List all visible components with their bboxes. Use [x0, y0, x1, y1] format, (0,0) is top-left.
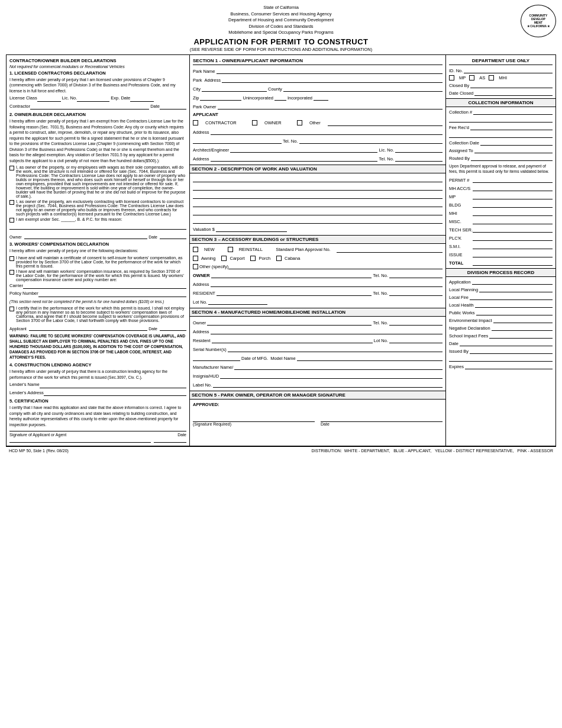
- section5-sig-field[interactable]: [193, 413, 315, 422]
- arch-tel-field[interactable]: [395, 155, 443, 162]
- local-health-field[interactable]: [475, 302, 553, 308]
- total-field[interactable]: [473, 260, 553, 266]
- unincorporated-field[interactable]: [274, 95, 286, 101]
- contractor-field[interactable]: [30, 104, 149, 109]
- collection-extra-line[interactable]: [449, 117, 553, 123]
- park-name-field[interactable]: [217, 67, 443, 74]
- collection-num-field[interactable]: [473, 109, 553, 115]
- section3-address-field[interactable]: [211, 281, 443, 287]
- contractor-date-field[interactable]: [160, 104, 186, 109]
- owner-checkbox[interactable]: [252, 120, 257, 125]
- owner2-field[interactable]: [211, 272, 372, 278]
- other-field[interactable]: [328, 120, 443, 126]
- work-desc-line4[interactable]: [193, 201, 443, 207]
- work-desc-line6[interactable]: [193, 217, 443, 224]
- applicant-tel-field[interactable]: [299, 137, 443, 144]
- expires-field[interactable]: [465, 363, 553, 369]
- environmental-impact-field[interactable]: [493, 317, 553, 323]
- arch-engineer-field[interactable]: [230, 146, 377, 153]
- as-checkbox[interactable]: [469, 75, 474, 80]
- owner3-field[interactable]: [207, 319, 372, 326]
- lenders-name-field[interactable]: [40, 382, 186, 388]
- lic-no-field[interactable]: [77, 96, 109, 102]
- carrier-field[interactable]: [23, 283, 186, 289]
- exp-date-field[interactable]: [130, 96, 154, 102]
- local-planning-field[interactable]: [479, 286, 553, 292]
- new-checkbox[interactable]: [193, 247, 198, 252]
- plck-field[interactable]: [473, 235, 553, 241]
- fee-extra-line[interactable]: [449, 132, 553, 138]
- model-name-field[interactable]: [297, 355, 443, 361]
- label-no-field[interactable]: [213, 381, 443, 388]
- id-no-field[interactable]: [464, 67, 553, 73]
- arch-address-field[interactable]: [211, 155, 378, 162]
- work-desc-line3[interactable]: [193, 192, 443, 199]
- cb4-checkbox[interactable]: [9, 256, 14, 261]
- work-desc-line1[interactable]: [193, 176, 443, 182]
- public-works-field[interactable]: [476, 310, 553, 315]
- smi-field[interactable]: [473, 243, 553, 249]
- mp-checkbox[interactable]: [449, 75, 454, 80]
- mhi2-field[interactable]: [473, 210, 553, 216]
- other-specify-checkbox[interactable]: [193, 264, 198, 269]
- reinstall-checkbox[interactable]: [228, 247, 233, 252]
- applicant-name-field[interactable]: [193, 137, 282, 144]
- lot-no2-field[interactable]: [389, 337, 443, 343]
- carport-checkbox[interactable]: [221, 256, 227, 261]
- applicant-date-field[interactable]: [160, 325, 186, 331]
- application-field[interactable]: [472, 279, 553, 285]
- lenders-address-field[interactable]: [44, 390, 186, 396]
- resident-field[interactable]: [217, 289, 372, 296]
- applicant-address-field[interactable]: [211, 128, 443, 135]
- section5-date-field[interactable]: [321, 413, 443, 422]
- fee-recd-field[interactable]: [470, 124, 553, 130]
- owner-date-field[interactable]: [160, 233, 186, 239]
- arch-lic-field[interactable]: [395, 146, 443, 153]
- permit-num-field[interactable]: [473, 177, 553, 183]
- issue-field[interactable]: [473, 252, 553, 257]
- city-field[interactable]: [202, 85, 267, 92]
- closed-by-field[interactable]: [470, 82, 553, 88]
- resident2-field[interactable]: [212, 337, 373, 343]
- license-class-field[interactable]: [37, 96, 61, 102]
- cb5-checkbox[interactable]: [9, 270, 14, 275]
- cabana-checkbox[interactable]: [276, 256, 282, 261]
- collection-date-field[interactable]: [480, 140, 553, 146]
- section4-address-field[interactable]: [211, 328, 443, 334]
- standard-plan-field[interactable]: [337, 246, 443, 253]
- mhi-checkbox[interactable]: [489, 75, 494, 80]
- date-closed-field[interactable]: [474, 90, 553, 96]
- routed-by-field[interactable]: [471, 155, 553, 161]
- county-field[interactable]: [283, 85, 443, 92]
- owner3-tel-field[interactable]: [389, 319, 443, 326]
- serial-numbers-field[interactable]: [228, 346, 443, 352]
- lot-no-field[interactable]: [208, 298, 267, 305]
- park-owner-field[interactable]: [218, 103, 443, 109]
- policy-field[interactable]: [38, 291, 186, 297]
- issued-by-extra-line[interactable]: [449, 356, 553, 362]
- zip-field[interactable]: [200, 94, 241, 101]
- cb3-checkbox[interactable]: [9, 218, 14, 223]
- owner2-tel-field[interactable]: [389, 272, 443, 278]
- cb6-checkbox[interactable]: [9, 307, 14, 311]
- cb2-checkbox[interactable]: [9, 200, 14, 205]
- tech-ser-field[interactable]: [473, 227, 553, 233]
- other-checkbox[interactable]: [297, 120, 302, 125]
- park-address-field[interactable]: [222, 76, 443, 83]
- date4-field[interactable]: [460, 340, 553, 346]
- local-fire-field[interactable]: [470, 294, 553, 300]
- other-specify-field[interactable]: [228, 263, 443, 269]
- insignia-field[interactable]: [220, 372, 443, 379]
- porch-checkbox[interactable]: [250, 256, 256, 261]
- bldg-field[interactable]: [473, 202, 553, 208]
- resident-tel-field[interactable]: [389, 289, 443, 296]
- contractor-checkbox[interactable]: [193, 120, 198, 125]
- work-desc-line2[interactable]: [193, 184, 443, 191]
- valuation-field[interactable]: [216, 226, 287, 232]
- mh-acc-s-field[interactable]: [473, 185, 553, 191]
- incorporated-field[interactable]: [314, 95, 328, 101]
- issued-by-field[interactable]: [470, 348, 553, 354]
- applicant-sig-field[interactable]: [29, 325, 147, 331]
- misc-field[interactable]: [473, 218, 553, 224]
- date-mfg-field[interactable]: [193, 355, 240, 361]
